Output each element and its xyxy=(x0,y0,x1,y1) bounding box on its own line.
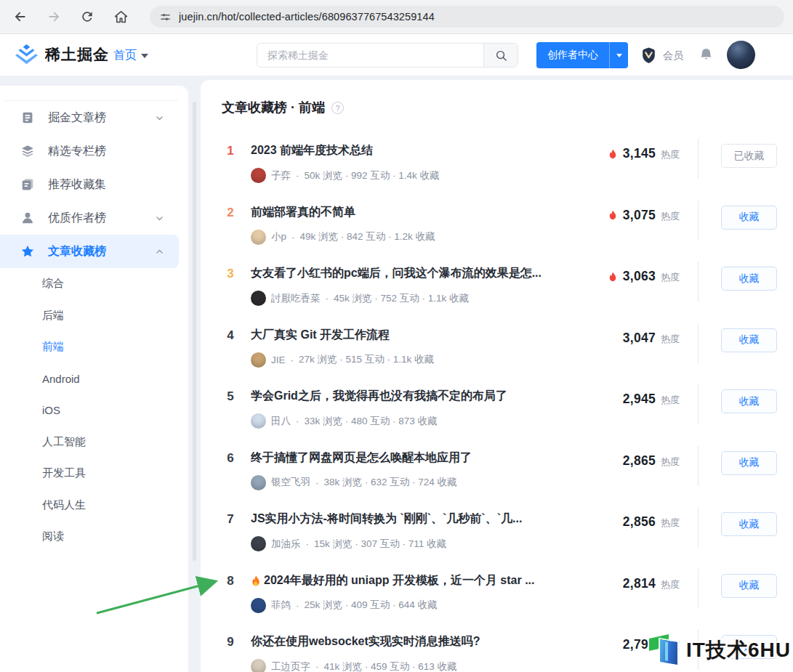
article-meta: 加油乐 · 15k 浏览 · 307 互动 · 711 收藏 xyxy=(251,536,446,551)
ranking-list: 1 2023 前端年度技术总结 子弈 · 50k 浏览 · 992 互动 · 1… xyxy=(201,137,793,672)
sidebar-subitem[interactable]: 后端 xyxy=(0,300,188,332)
author-avatar[interactable] xyxy=(251,168,266,183)
chevron-icon[interactable] xyxy=(155,214,164,223)
author-avatar[interactable] xyxy=(251,230,266,245)
address-bar[interactable]: juejin.cn/hot/collected-articles/6809637… xyxy=(150,6,784,28)
author-name[interactable]: 田八 xyxy=(271,415,291,428)
collect-button[interactable]: 收藏 xyxy=(721,267,777,291)
creator-center-button[interactable]: 创作者中心 xyxy=(536,42,628,68)
collect-button[interactable]: 收藏 xyxy=(721,389,777,413)
heat-block: 2,865 热度 xyxy=(550,453,680,469)
chevron-icon[interactable] xyxy=(155,113,164,123)
home-icon[interactable] xyxy=(112,8,129,25)
author-name[interactable]: 討厭吃香菜 xyxy=(271,292,321,305)
sidebar-subitem[interactable]: Android xyxy=(0,363,188,395)
collect-button[interactable]: 收藏 xyxy=(721,451,777,475)
author-avatar[interactable] xyxy=(251,475,266,490)
reload-icon[interactable] xyxy=(79,8,96,25)
sidebar-subitem[interactable]: 人工智能 xyxy=(0,426,188,458)
sidebar-item[interactable]: 掘金文章榜 xyxy=(0,101,179,134)
heat-label: 热度 xyxy=(661,517,680,530)
heat-value: 3,145 xyxy=(623,146,656,161)
article-stats: 41k 浏览 · 459 互动 · 613 收藏 xyxy=(324,660,457,672)
sidebar-subnav: 综合 后端 前端 Android iOS 人工智能 开发工具 代码人生 阅读 xyxy=(0,268,188,553)
article-stats: 27k 浏览 · 515 互动 · 1.1k 收藏 xyxy=(299,353,434,366)
sidebar-subitem[interactable]: 阅读 xyxy=(0,521,188,553)
sidebar-subitem-label: 后端 xyxy=(42,309,64,323)
sidebar-subitem[interactable]: 前端 xyxy=(0,331,188,363)
author-avatar[interactable] xyxy=(251,598,266,613)
site-settings-icon[interactable] xyxy=(160,12,171,23)
search-input[interactable] xyxy=(257,44,483,67)
sidebar-subitem[interactable]: 代码人生 xyxy=(0,490,188,522)
article-title[interactable]: 2024年最好用的 uniapp 开发模板，近一个月 star ... xyxy=(251,573,571,588)
search-icon xyxy=(495,49,507,62)
collect-button[interactable]: 已收藏 xyxy=(721,144,777,168)
sidebar-subitem[interactable]: 开发工具 xyxy=(0,458,188,490)
sidebar-subitem-label: 人工智能 xyxy=(42,435,86,449)
article-stats: 49k 浏览 · 842 互动 · 1.2k 收藏 xyxy=(300,230,435,243)
author-name[interactable]: 银空飞羽 xyxy=(271,476,310,489)
url-text: juejin.cn/hot/collected-articles/6809637… xyxy=(179,11,435,23)
author-avatar[interactable] xyxy=(251,536,266,551)
collect-button[interactable]: 收藏 xyxy=(721,512,777,536)
author-name[interactable]: JIE xyxy=(271,355,286,365)
author-name[interactable]: 工边页字 xyxy=(271,660,310,672)
heat-label: 热度 xyxy=(661,210,680,223)
article-row: 8 2024年最好用的 uniapp 开发模板，近一个月 star ... 菲鸽… xyxy=(201,567,793,628)
article-row: 1 2023 前端年度技术总结 子弈 · 50k 浏览 · 992 互动 · 1… xyxy=(201,137,793,198)
creator-center-dropdown[interactable] xyxy=(609,42,628,68)
sidebar-subitem[interactable]: iOS xyxy=(0,394,188,426)
article-stats: 33k 浏览 · 480 互动 · 873 收藏 xyxy=(305,415,438,428)
sidebar-item[interactable]: 推荐收藏集 xyxy=(0,168,179,201)
author-name[interactable]: 子弈 xyxy=(271,169,291,182)
article-title[interactable]: 女友看了小红书的pc端后，问我这个瀑布流的效果是怎... xyxy=(251,266,571,281)
article-title[interactable]: 大厂真实 Git 开发工作流程 xyxy=(251,328,571,343)
watermark-text: IT技术6HU xyxy=(686,636,791,664)
sidebar-scrollbar[interactable] xyxy=(193,102,196,561)
collect-button[interactable]: 收藏 xyxy=(721,574,777,598)
heat-block: 2,945 热度 xyxy=(550,392,680,407)
sidebar-item-label: 优质作者榜 xyxy=(48,211,106,226)
chevron-icon[interactable] xyxy=(155,247,164,256)
article-title[interactable]: 终于搞懂了网盘网页是怎么唤醒本地应用了 xyxy=(251,450,571,466)
sidebar-subitem[interactable]: 综合 xyxy=(0,268,188,300)
help-icon[interactable]: ? xyxy=(331,102,344,114)
sidebar-item[interactable]: 精选专栏榜 xyxy=(0,134,179,168)
page-title: 文章收藏榜 · 前端 xyxy=(222,99,325,116)
sidebar-item[interactable]: 优质作者榜 xyxy=(0,201,179,235)
article-title[interactable]: 2023 前端年度技术总结 xyxy=(251,143,571,158)
meta-separator: · xyxy=(291,232,295,243)
sidebar-item[interactable]: 文章收藏榜 xyxy=(0,235,179,268)
article-stats: 38k 浏览 · 632 互动 · 724 收藏 xyxy=(324,476,457,489)
heat-value: 2,945 xyxy=(623,392,656,407)
back-icon[interactable] xyxy=(12,8,29,25)
author-name[interactable]: 菲鸽 xyxy=(271,599,291,612)
sidebar-subitem-label: 阅读 xyxy=(42,530,64,543)
author-name[interactable]: 加油乐 xyxy=(271,538,301,551)
watermark: IT技术6HU xyxy=(649,632,791,668)
notification-bell-icon[interactable] xyxy=(699,47,714,65)
author-name[interactable]: 小p xyxy=(271,230,286,243)
author-avatar[interactable] xyxy=(251,413,266,429)
search-box xyxy=(257,43,518,68)
collect-button[interactable]: 收藏 xyxy=(721,328,777,352)
juejin-logo[interactable]: 稀土掘金 xyxy=(15,44,109,65)
heat-label: 热度 xyxy=(661,148,680,161)
forward-icon[interactable] xyxy=(45,8,63,25)
article-meta: 討厭吃香菜 · 45k 浏览 · 752 互动 · 1.1k 收藏 xyxy=(251,291,469,306)
article-title[interactable]: 学会Grid之后，我觉得再也没有我搞不定的布局了 xyxy=(251,389,571,404)
nav-home[interactable]: 首页 xyxy=(113,48,148,63)
article-title[interactable]: JS实用小方法-将时间转换为 `刚刚`、`几秒前`、`几... xyxy=(251,511,571,527)
rank-number: 7 xyxy=(222,512,238,527)
article-title[interactable]: 你还在使用websocket实现实时消息推送吗? xyxy=(251,634,571,649)
article-title[interactable]: 前端部署真的不简单 xyxy=(251,205,571,220)
divider xyxy=(698,507,699,547)
author-avatar[interactable] xyxy=(251,659,266,672)
collect-button[interactable]: 收藏 xyxy=(721,206,777,230)
author-avatar[interactable] xyxy=(251,352,266,368)
member-link[interactable]: 会员 xyxy=(640,46,683,65)
user-avatar[interactable] xyxy=(727,41,755,69)
author-avatar[interactable] xyxy=(251,291,266,306)
search-button[interactable] xyxy=(483,44,518,67)
